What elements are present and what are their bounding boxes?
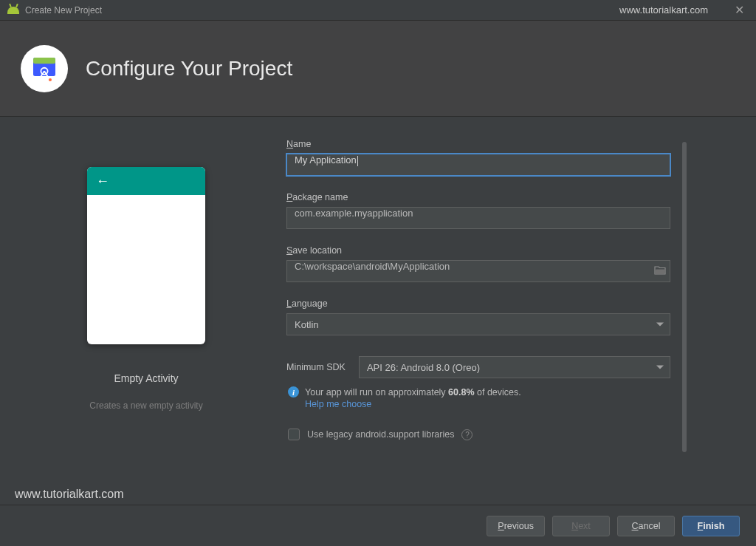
titlebar: Create New Project www.tutorialkart.com … — [0, 0, 756, 21]
cancel-button[interactable]: Cancel — [617, 516, 675, 536]
package-name-label: Package name — [286, 192, 670, 202]
watermark-top: www.tutorialkart.com — [619, 4, 708, 16]
close-icon[interactable]: ✕ — [730, 1, 749, 18]
minimum-sdk-select[interactable]: API 26: Android 8.0 (Oreo) — [359, 356, 670, 378]
help-icon[interactable]: ? — [461, 429, 472, 440]
legacy-libraries-label: Use legacy android.support libraries — [307, 429, 454, 440]
template-preview-column: ← Empty Activity Creates a new empty act… — [21, 139, 272, 484]
app-logo-badge — [21, 45, 68, 92]
wizard-footer: Previous Next Cancel Finish — [0, 505, 756, 546]
next-button: Next — [552, 516, 610, 536]
language-select[interactable]: Kotlin — [286, 313, 670, 335]
template-name: Empty Activity — [114, 372, 178, 384]
phone-preview: ← — [87, 167, 205, 344]
minimum-sdk-label: Minimum SDK — [286, 362, 346, 372]
previous-button[interactable]: Previous — [487, 516, 545, 536]
language-label: Language — [286, 298, 670, 309]
main-content: ← Empty Activity Creates a new empty act… — [0, 117, 756, 484]
save-location-input[interactable]: C:\workspace\android\MyApplication — [286, 260, 670, 282]
back-arrow-icon: ← — [96, 174, 109, 188]
window-title: Create New Project — [25, 5, 102, 16]
finish-button[interactable]: Finish — [682, 516, 740, 536]
chevron-down-icon — [656, 366, 664, 369]
legacy-libraries-checkbox[interactable] — [288, 429, 300, 440]
folder-open-icon[interactable] — [654, 265, 666, 277]
form-column: Name My Application Package name com.exa… — [286, 139, 735, 484]
page-title: Configure Your Project — [86, 57, 292, 81]
phone-appbar: ← — [87, 167, 205, 195]
form-scrollbar[interactable] — [679, 139, 690, 484]
name-label: Name — [286, 139, 670, 149]
template-description: Creates a new empty activity — [89, 400, 202, 411]
watermark-bottom: www.tutorialkart.com — [0, 484, 756, 505]
sdk-info: i Your app will run on approximately 60.… — [286, 386, 670, 409]
svg-rect-1 — [33, 58, 55, 64]
help-me-choose-link[interactable]: Help me choose — [305, 399, 521, 409]
save-location-label: Save location — [286, 245, 670, 256]
android-studio-icon — [30, 54, 59, 83]
name-input[interactable]: My Application — [286, 154, 670, 176]
android-icon — [7, 7, 19, 14]
header: Configure Your Project — [0, 21, 756, 117]
package-name-input[interactable]: com.example.myapplication — [286, 207, 670, 229]
device-coverage-text: Your app will run on approximately 60.8%… — [305, 386, 521, 399]
chevron-down-icon — [656, 323, 664, 327]
info-icon: i — [288, 386, 299, 397]
svg-point-5 — [49, 78, 52, 81]
